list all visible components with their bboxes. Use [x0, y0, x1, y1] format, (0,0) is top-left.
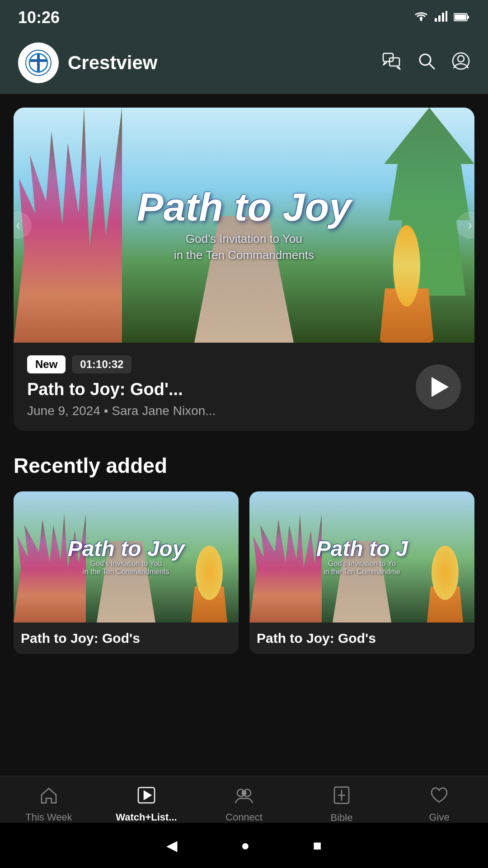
chat-icon[interactable]: [382, 52, 401, 74]
svg-rect-2: [438, 15, 441, 22]
nav-label-give: Give: [429, 811, 449, 823]
featured-subtitle-line1: God's Invitation to You: [186, 232, 302, 245]
recent-card-1-subtitle: God's Invitation to You in the Ten Comma…: [79, 560, 174, 576]
recent-card-1-title: Path to Joy: [68, 538, 185, 560]
header-actions: [382, 52, 470, 74]
recent-card-2-image: Path to J God's Invitation to Yo in the …: [249, 491, 474, 623]
home-icon: [40, 787, 58, 808]
connect-icon: [235, 787, 253, 808]
app-title: Crestview: [68, 52, 157, 74]
svg-rect-4: [446, 11, 447, 22]
nav-label-watch-list: Watch+List...: [116, 811, 177, 823]
svg-rect-10: [29, 59, 47, 62]
status-time: 10:26: [18, 8, 60, 27]
back-button[interactable]: ◀: [166, 837, 178, 854]
featured-title-main: Path to Joy: [137, 187, 351, 227]
battery-icon: [454, 10, 470, 25]
signal-icon: [435, 10, 447, 25]
header: Crestview: [0, 32, 488, 94]
recent-card-2[interactable]: Path to J God's Invitation to Yo in the …: [249, 491, 474, 654]
svg-rect-7: [455, 14, 466, 20]
svg-point-17: [458, 56, 464, 62]
recent-card-1-overlay: Path to Joy God's Invitation to You in t…: [14, 491, 239, 623]
play-button[interactable]: [416, 364, 461, 410]
svg-point-14: [420, 54, 431, 65]
status-bar: 10:26: [0, 0, 488, 32]
recent-card-2-label: Path to Joy: God's: [249, 623, 474, 654]
header-left: Crestview: [18, 42, 157, 83]
svg-rect-6: [467, 16, 469, 19]
badge-new: New: [27, 355, 66, 373]
badge-duration: 01:10:32: [72, 355, 131, 373]
svg-point-0: [420, 19, 422, 21]
svg-rect-22: [242, 791, 246, 795]
recent-card-1[interactable]: Path to Joy God's Invitation to You in t…: [14, 491, 239, 654]
system-nav-bar: ◀ ● ■: [0, 823, 488, 868]
recent-card-2-overlay: Path to J God's Invitation to Yo in the …: [249, 491, 474, 623]
nav-label-bible: Bible: [331, 812, 353, 824]
app-logo[interactable]: [18, 42, 59, 83]
bible-icon: [333, 786, 350, 808]
recently-added-grid: Path to Joy God's Invitation to You in t…: [14, 491, 474, 654]
featured-title-sub: God's Invitation to You in the Ten Comma…: [137, 231, 351, 264]
play-list-icon: [137, 787, 155, 808]
nav-label-this-week: This Week: [25, 811, 72, 823]
featured-subtitle-line2: in the Ten Commandments: [174, 248, 314, 262]
play-triangle-icon: [432, 377, 449, 397]
give-icon: [430, 787, 449, 808]
nav-label-connect: Connect: [225, 811, 263, 823]
featured-card[interactable]: Path to Joy God's Invitation to You in t…: [14, 108, 474, 431]
wifi-icon: [414, 10, 428, 25]
featured-card-bottom: New 01:10:32 Path to Joy: God'... June 9…: [14, 343, 474, 431]
home-button[interactable]: ●: [241, 837, 249, 854]
featured-card-info: New 01:10:32 Path to Joy: God'... June 9…: [27, 355, 407, 418]
recents-button[interactable]: ■: [313, 837, 322, 854]
svg-rect-3: [442, 13, 444, 22]
status-icons: [414, 10, 470, 25]
svg-line-15: [429, 64, 435, 69]
profile-icon[interactable]: [452, 52, 470, 74]
featured-image: Path to Joy God's Invitation to You in t…: [14, 108, 474, 343]
search-icon[interactable]: [418, 52, 436, 74]
svg-rect-9: [37, 53, 40, 73]
main-content: Path to Joy God's Invitation to You in t…: [0, 94, 488, 794]
featured-card-title: Path to Joy: God'...: [27, 380, 407, 399]
recent-card-1-label: Path to Joy: God's: [14, 623, 239, 654]
recent-card-2-subtitle: God's Invitation to Yo in the Ten Comman…: [319, 560, 405, 576]
svg-rect-1: [435, 18, 437, 22]
recently-added-title: Recently added: [14, 453, 474, 478]
svg-marker-19: [144, 791, 151, 799]
featured-card-meta: June 9, 2024 • Sara Jane Nixon...: [27, 404, 407, 418]
recent-card-2-title: Path to J: [316, 538, 408, 560]
featured-badges: New 01:10:32: [27, 355, 407, 373]
featured-title-overlay: Path to Joy God's Invitation to You in t…: [137, 187, 351, 264]
recent-card-1-image: Path to Joy God's Invitation to You in t…: [14, 491, 239, 623]
